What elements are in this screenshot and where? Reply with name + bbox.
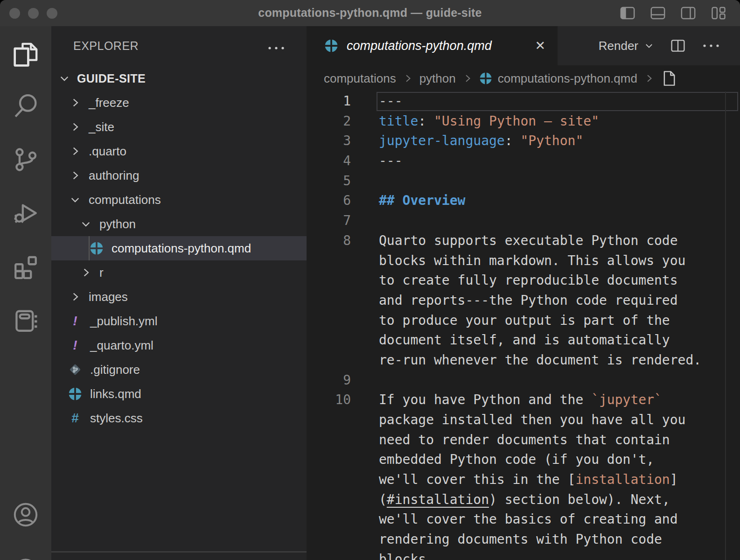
editor-more-actions-icon[interactable] xyxy=(702,42,720,49)
indent-guide xyxy=(89,236,90,260)
code-line[interactable]: 7 xyxy=(307,211,740,231)
split-editor-icon[interactable] xyxy=(670,38,686,54)
code-line[interactable]: 1--- xyxy=(307,91,740,112)
render-button[interactable]: Render xyxy=(599,39,654,53)
tree-item-computations[interactable]: computations xyxy=(51,188,307,212)
code-line-content: --- xyxy=(379,91,403,112)
tree-item-label: authoring xyxy=(89,168,139,183)
tree-item--quarto[interactable]: .quarto xyxy=(51,139,307,163)
quarto-file-icon xyxy=(90,241,104,255)
line-number: 5 xyxy=(307,171,351,191)
code-line[interactable]: 9 xyxy=(307,371,740,391)
code-line-content: document itself, and is automatically xyxy=(379,330,670,350)
excl-file-icon: ! xyxy=(68,314,82,329)
code-line[interactable]: to produce your output is part of the xyxy=(307,311,740,331)
editor-group: computations-python.qmd ✕ Render computa xyxy=(307,26,740,560)
quarto-file-icon xyxy=(324,39,338,53)
tree-item-label: links.qmd xyxy=(90,387,141,401)
line-number: 8 xyxy=(307,231,351,251)
tree-item-label: images xyxy=(89,290,128,304)
code-line[interactable]: 6## Overview xyxy=(307,191,740,211)
code-line-content: ## Overview xyxy=(379,191,465,211)
outline-label: OUTLINE xyxy=(72,558,122,560)
tree-item-styles-css[interactable]: #styles.css xyxy=(51,406,307,430)
sidebar-more-actions-icon[interactable] xyxy=(267,45,286,53)
render-label: Render xyxy=(599,39,638,53)
code-line[interactable]: 8Quarto supports executable Python code xyxy=(307,231,740,251)
layout-panel-icon[interactable] xyxy=(649,5,666,21)
code-line[interactable]: to create fully reproducible documents xyxy=(307,271,740,291)
extensions-icon[interactable] xyxy=(12,253,39,280)
code-line[interactable]: blocks within markdown. This allows you xyxy=(307,251,740,271)
code-line[interactable]: we'll cover the basics of creating and xyxy=(307,510,740,530)
file-tree: GUIDE-SITE_freeze_site.quartoauthoringco… xyxy=(51,66,307,430)
excl-file-icon: ! xyxy=(68,338,82,353)
layout-customize-icon[interactable] xyxy=(710,5,727,21)
code-line-content: (#installation) section below). Next, xyxy=(379,490,670,510)
layout-sidebar-left-icon[interactable] xyxy=(619,5,636,21)
tree-item-r[interactable]: r xyxy=(51,260,307,285)
tree-item-python[interactable]: python xyxy=(51,212,307,236)
chevron-right-icon xyxy=(68,97,82,109)
chevron-right-icon xyxy=(68,169,82,182)
explorer-icon[interactable] xyxy=(12,41,39,68)
code-editor[interactable]: 1---2title: "Using Python — site"3jupyte… xyxy=(307,91,740,560)
tab-computations-python[interactable]: computations-python.qmd ✕ xyxy=(307,26,558,65)
notebook-icon[interactable] xyxy=(12,307,39,334)
code-line-content: package installed then you have all you xyxy=(379,410,685,430)
tree-item-images[interactable]: images xyxy=(51,285,307,309)
chevron-right-icon xyxy=(68,145,82,157)
code-line-content: Quarto supports executable Python code xyxy=(379,231,678,251)
settings-gear-icon[interactable] xyxy=(12,556,39,560)
breadcrumb-separator-icon xyxy=(643,73,655,84)
tree-item-guide-site[interactable]: GUIDE-SITE xyxy=(51,66,307,91)
code-line[interactable]: and reports---the Python code required xyxy=(307,291,740,311)
code-line[interactable]: need to render documents that contain xyxy=(307,430,740,450)
layout-sidebar-right-icon[interactable] xyxy=(680,5,697,21)
explorer-sidebar: EXPLORER GUIDE-SITE_freeze_site.quartoau… xyxy=(51,26,307,560)
tab-close-icon[interactable]: ✕ xyxy=(535,40,545,52)
code-line[interactable]: we'll cover this in the [installation] xyxy=(307,470,740,490)
code-line[interactable]: package installed then you have all you xyxy=(307,410,740,430)
tree-item-authoring[interactable]: authoring xyxy=(51,163,307,188)
tree-item--quarto-yml[interactable]: !_quarto.yml xyxy=(51,333,307,357)
breadcrumb-item[interactable]: computations xyxy=(324,71,396,86)
file-icon xyxy=(661,69,677,88)
tree-item-label: .gitignore xyxy=(90,363,140,377)
tree-item-label: python xyxy=(99,217,136,231)
breadcrumb-item[interactable]: computations-python.qmd xyxy=(498,71,637,86)
code-line[interactable]: 2title: "Using Python — site" xyxy=(307,112,740,132)
code-line[interactable]: document itself, and is automatically xyxy=(307,330,740,350)
code-line[interactable]: 3jupyter-language: "Python" xyxy=(307,131,740,151)
quarto-file-icon xyxy=(68,387,82,401)
tree-item--gitignore[interactable]: .gitignore xyxy=(51,357,307,382)
tree-item-computations-python-qmd[interactable]: computations-python.qmd xyxy=(51,236,307,260)
search-icon[interactable] xyxy=(12,92,39,119)
tree-item-links-qmd[interactable]: links.qmd xyxy=(51,382,307,406)
breadcrumb-item[interactable]: python xyxy=(419,71,456,86)
outline-section[interactable]: OUTLINE xyxy=(51,553,307,560)
code-line[interactable]: rendering documents with Python code xyxy=(307,530,740,550)
chevron-right-icon xyxy=(68,291,82,303)
code-line-content: jupyter-language: "Python" xyxy=(379,131,583,151)
activity-bar xyxy=(0,26,51,560)
account-icon[interactable] xyxy=(12,501,39,528)
tree-item-label: GUIDE-SITE xyxy=(77,72,146,85)
code-line-content: to create fully reproducible documents xyxy=(379,271,678,291)
breadcrumb-separator-icon xyxy=(402,73,413,84)
chevron-right-icon xyxy=(68,121,82,133)
run-and-debug-icon[interactable] xyxy=(12,200,39,227)
code-line[interactable]: (#installation) section below). Next, xyxy=(307,490,740,510)
code-line[interactable]: 4--- xyxy=(307,151,740,171)
code-line[interactable]: blocks xyxy=(307,550,740,560)
tree-item--publish-yml[interactable]: !_publish.yml xyxy=(51,309,307,333)
code-line[interactable]: 10If you have Python and the `jupyter` xyxy=(307,390,740,410)
code-line-content: need to render documents that contain xyxy=(379,430,670,450)
code-line-content: and reports---the Python code required xyxy=(379,291,678,311)
code-line[interactable]: re-run whenever the document is rendered… xyxy=(307,350,740,371)
code-line[interactable]: embedded Python code (if you don't, xyxy=(307,450,740,470)
code-line[interactable]: 5 xyxy=(307,171,740,191)
source-control-icon[interactable] xyxy=(12,146,39,173)
tree-item--freeze[interactable]: _freeze xyxy=(51,91,307,115)
tree-item--site[interactable]: _site xyxy=(51,115,307,139)
